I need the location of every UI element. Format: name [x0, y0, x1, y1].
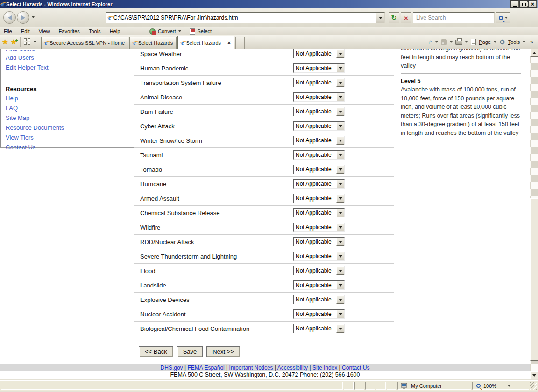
address-input[interactable]: e C:\CAS\SPR\2012 SPR\PRA\For Jim\hazard… — [106, 12, 385, 23]
stop-button[interactable]: × — [401, 12, 411, 23]
dropdown-arrow-button[interactable] — [336, 136, 344, 145]
home-dropdown-icon[interactable] — [435, 41, 438, 43]
search-options-caret-icon[interactable] — [505, 17, 508, 19]
menu-item[interactable]: Tools — [85, 28, 105, 35]
scroll-down-icon[interactable] — [530, 371, 538, 379]
feed-dropdown-icon[interactable] — [450, 41, 453, 43]
sidebar-link[interactable]: FAQ — [1, 103, 134, 113]
menu-item[interactable]: Favorites — [55, 28, 84, 35]
dropdown-arrow-button[interactable] — [336, 310, 344, 318]
tools-menu-button[interactable]: Tools — [508, 39, 520, 45]
browser-tab[interactable]: e Select Hazards — [129, 37, 177, 49]
close-button[interactable]: × — [529, 1, 537, 7]
vertical-scrollbar[interactable] — [530, 49, 538, 379]
hazard-select[interactable]: Not Applicable — [293, 208, 345, 217]
dropdown-arrow-button[interactable] — [336, 78, 344, 87]
back-form-button[interactable]: << Back — [139, 346, 173, 357]
hazard-select[interactable]: Not Applicable — [293, 121, 345, 131]
hazard-select[interactable]: Not Applicable — [293, 237, 345, 246]
new-tab-stub[interactable] — [235, 37, 245, 49]
page-icon[interactable] — [471, 39, 476, 45]
hazard-select[interactable]: Not Applicable — [293, 179, 345, 189]
dropdown-arrow-button[interactable] — [336, 122, 344, 130]
search-button[interactable] — [496, 12, 510, 23]
page-dropdown-icon[interactable] — [494, 41, 496, 43]
dropdown-arrow-button[interactable] — [336, 49, 344, 58]
sidebar-link[interactable]: View Tiers — [1, 133, 134, 142]
hazard-select[interactable]: Not Applicable — [293, 295, 345, 304]
resize-grip[interactable] — [530, 382, 537, 390]
menu-item[interactable]: Edit — [17, 28, 34, 35]
rss-feed-icon[interactable] — [441, 39, 447, 45]
hazard-select[interactable]: Not Applicable — [293, 150, 345, 160]
hazard-select[interactable]: Not Applicable — [293, 92, 345, 102]
favorites-star-icon[interactable]: ★ — [2, 38, 8, 46]
dropdown-arrow-button[interactable] — [336, 252, 344, 260]
dropdown-arrow-button[interactable] — [336, 238, 344, 246]
dropdown-arrow-button[interactable] — [336, 151, 344, 159]
footer-link[interactable]: Accessibility — [277, 364, 308, 371]
home-icon[interactable]: ⌂ — [428, 39, 432, 45]
sidebar-link[interactable]: Help — [1, 93, 134, 103]
refresh-button[interactable]: ↻ — [389, 12, 399, 23]
hazard-select[interactable]: Not Applicable — [293, 78, 345, 87]
hazard-select[interactable]: Not Applicable — [293, 194, 345, 203]
menu-item[interactable]: Help — [106, 28, 124, 35]
scrollbar-thumb[interactable] — [530, 198, 538, 361]
sidebar-link[interactable]: Contact Us — [1, 142, 134, 152]
footer-link[interactable]: FEMA Español — [187, 364, 224, 371]
print-dropdown-icon[interactable] — [465, 41, 468, 43]
save-button[interactable]: Save — [177, 346, 203, 357]
convert-dropdown-icon[interactable] — [178, 30, 181, 32]
browser-tab[interactable]: e Secure Access SSL VPN - Home — [41, 37, 128, 49]
footer-link[interactable]: Important Notices — [229, 364, 273, 371]
add-favorite-icon[interactable]: ★ — [10, 38, 16, 46]
dropdown-arrow-button[interactable] — [336, 281, 344, 289]
hazard-select[interactable]: Not Applicable — [293, 63, 345, 73]
next-button[interactable]: Next >> — [206, 346, 240, 357]
print-icon[interactable] — [455, 40, 462, 45]
footer-link[interactable]: DHS.gov — [161, 364, 183, 371]
dropdown-arrow-button[interactable] — [336, 93, 344, 101]
dropdown-arrow-button[interactable] — [336, 180, 344, 188]
convert-button[interactable]: Convert — [158, 28, 176, 34]
select-button[interactable]: Select — [198, 28, 212, 34]
zoom-panel[interactable]: 100% — [472, 382, 529, 390]
address-dropdown-button[interactable] — [376, 13, 384, 23]
sidebar-link[interactable]: Resource Documents — [1, 123, 134, 133]
minimize-button[interactable] — [511, 1, 519, 7]
scroll-up-icon[interactable] — [530, 49, 538, 57]
back-button[interactable] — [3, 11, 16, 24]
hazard-select[interactable]: Not Applicable — [293, 49, 345, 58]
hazard-select[interactable]: Not Applicable — [293, 324, 345, 333]
dropdown-arrow-button[interactable] — [336, 194, 344, 203]
live-search-input[interactable]: Live Search — [413, 12, 495, 23]
gear-icon[interactable]: ⚙ — [499, 39, 505, 45]
menu-item[interactable]: File — [0, 28, 16, 35]
dropdown-arrow-button[interactable] — [336, 107, 344, 116]
history-dropdown-icon[interactable] — [32, 16, 35, 18]
hazard-select[interactable]: Not Applicable — [293, 266, 345, 275]
forward-button[interactable] — [17, 11, 29, 24]
hazard-select[interactable]: Not Applicable — [293, 309, 345, 319]
browser-tab[interactable]: e Select Hazards × — [177, 36, 234, 49]
dropdown-arrow-button[interactable] — [336, 324, 344, 333]
footer-link[interactable]: Site Index — [312, 364, 337, 371]
dropdown-arrow-button[interactable] — [336, 64, 344, 72]
zoom-dropdown-icon[interactable] — [508, 385, 510, 387]
dropdown-arrow-button[interactable] — [336, 165, 344, 174]
hazard-select[interactable]: Not Applicable — [293, 280, 345, 290]
hazard-select[interactable]: Not Applicable — [293, 107, 345, 116]
quick-tabs-icon[interactable] — [24, 38, 31, 46]
menu-item[interactable]: View — [35, 28, 54, 35]
dropdown-arrow-button[interactable] — [336, 223, 344, 231]
hazard-select[interactable]: Not Applicable — [293, 223, 345, 232]
sidebar-link[interactable]: Edit Helper Text — [1, 63, 134, 72]
toolbar-overflow-chevron[interactable]: » — [530, 39, 533, 45]
tools-dropdown-icon[interactable] — [523, 41, 525, 43]
page-menu-button[interactable]: Page — [479, 39, 491, 45]
tab-close-icon[interactable]: × — [227, 40, 231, 46]
dropdown-arrow-button[interactable] — [336, 295, 344, 304]
hazard-select[interactable]: Not Applicable — [293, 252, 345, 261]
dropdown-arrow-button[interactable] — [336, 266, 344, 275]
